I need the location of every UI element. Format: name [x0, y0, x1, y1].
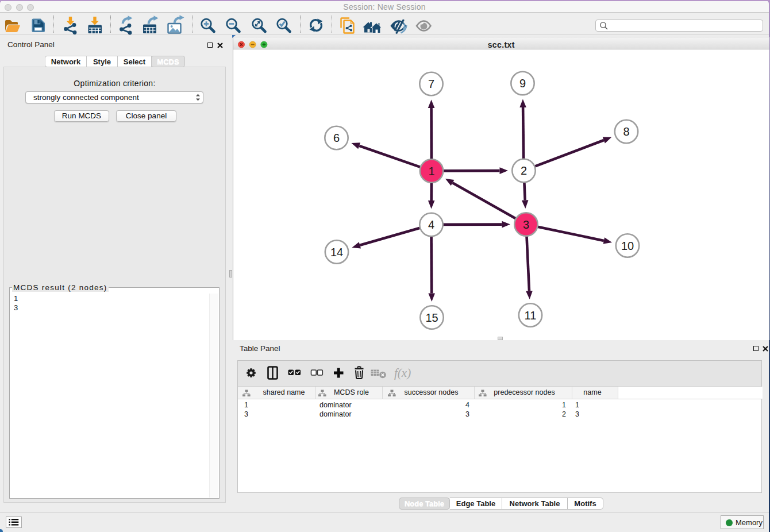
svg-text:10: 10 — [621, 240, 634, 252]
svg-text:14: 14 — [330, 246, 343, 259]
svg-text:6: 6 — [333, 132, 340, 144]
svg-text:4: 4 — [428, 218, 434, 231]
svg-text:f(x): f(x) — [394, 366, 411, 380]
svg-text:15: 15 — [425, 311, 438, 324]
svg-text:1: 1 — [428, 165, 434, 178]
svg-text:7: 7 — [428, 78, 434, 90]
svg-text:9: 9 — [519, 77, 526, 90]
svg-text:8: 8 — [623, 125, 629, 138]
svg-text:3: 3 — [523, 218, 529, 231]
svg-text:2: 2 — [521, 164, 527, 177]
svg-text:11: 11 — [525, 309, 537, 322]
